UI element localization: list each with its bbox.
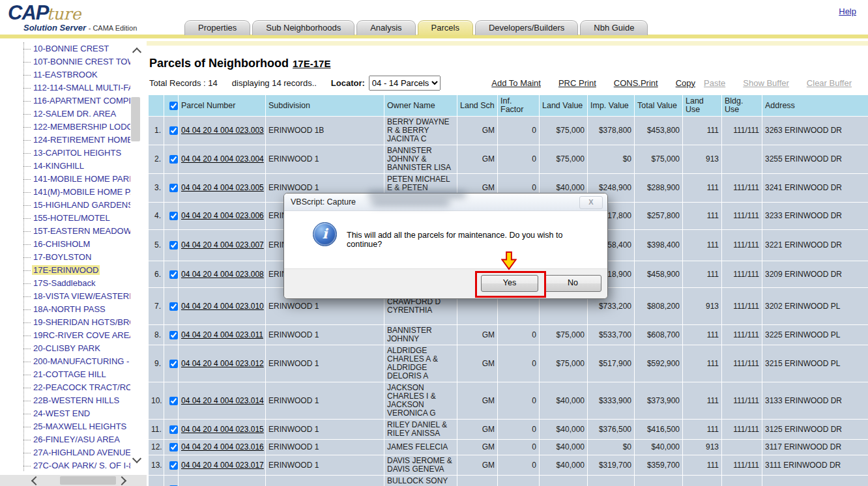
sidebar-item-122-membership-lodge-cl[interactable]: 122-MEMBERSHIP LODGE/CL — [23, 121, 130, 134]
scroll-right-icon[interactable] — [117, 476, 126, 485]
sidebar-item-19-sheridan-hgts-brookv[interactable]: 19-SHERIDAN HGTS/BROOKV — [23, 316, 130, 329]
row-checkbox[interactable] — [169, 302, 178, 311]
row-checkbox[interactable] — [169, 126, 178, 135]
parcel-number-link[interactable]: 04 04 20 4 004 023.007 — [181, 240, 264, 250]
sidebar-item-27c-oak-park-s-of-i-85[interactable]: 27C-OAK PARK/ S. OF I-85 — [23, 459, 130, 472]
sidebar-item-24-west-end[interactable]: 24-WEST END — [23, 407, 130, 420]
app-logo: CAPture Solution Server - CAMA Edition — [8, 1, 177, 34]
sidebar-item-26-finley-asu-area[interactable]: 26-FINLEY/ASU AREA — [23, 433, 130, 446]
sidebar-item-124-retirement-homes-as[interactable]: 124-RETIREMENT HOMES/AS — [23, 134, 130, 147]
tab-properties[interactable]: Properties — [184, 20, 250, 35]
locator-select[interactable]: 04 - 14 Parcels — [369, 76, 441, 91]
sidebar-item-20-clisby-park[interactable]: 20-CLISBY PARK — [23, 342, 130, 355]
parcel-number-link[interactable]: 04 04 20 4 004 023.015 — [181, 425, 264, 434]
sidebar-item-11-eastbrook[interactable]: 11-EASTBROOK — [23, 68, 130, 81]
tab-parcels[interactable]: Parcels — [418, 20, 473, 35]
sidebar-item-22-peacock-tract-rosa-pa[interactable]: 22-PEACOCK TRACT/ROSA PA — [23, 381, 130, 394]
close-icon[interactable]: X — [579, 196, 603, 209]
row-checkbox[interactable] — [169, 184, 178, 192]
row-checkbox[interactable] — [169, 360, 178, 368]
sidebar-item-16-chisholm[interactable]: 16-CHISHOLM — [23, 238, 130, 251]
sidebar-item-10-bonnie-crest[interactable]: 10-BONNIE CREST — [23, 42, 130, 55]
row-checkbox[interactable] — [169, 397, 178, 405]
row-checkbox[interactable] — [169, 331, 178, 339]
help-link[interactable]: Help — [839, 7, 856, 16]
logo-subtitle: Solution Server - CAMA Edition — [23, 23, 137, 33]
parcel-number-link[interactable]: 04 04 20 4 004 023.016 — [181, 442, 264, 451]
cell-subdivision: ERINWOOD 1 — [266, 420, 384, 440]
sidebar-item-155-hotel-motel[interactable]: 155-HOTEL/MOTEL — [23, 212, 130, 225]
parcel-number-link[interactable]: 04 04 20 4 004 023.012 — [181, 359, 264, 368]
row-number: 11. — [149, 420, 164, 440]
row-checkbox[interactable] — [169, 461, 178, 470]
action-links-row: Add To MaintPRC PrintCONS.PrintCopyPaste… — [491, 78, 863, 88]
row-checkbox[interactable] — [169, 270, 178, 279]
vertical-scrollbar-thumb[interactable] — [131, 97, 140, 141]
sidebar-item-141-m-mobile-home-park[interactable]: 141(M)-MOBILE HOME PARK — [23, 186, 130, 199]
sidebar-item-25-maxwell-heights[interactable]: 25-MAXWELL HEIGHTS — [23, 420, 130, 433]
row-checkbox-cell — [164, 420, 179, 440]
cell-bldg-use: 111/111 — [722, 420, 762, 440]
no-button[interactable]: No — [544, 275, 601, 292]
horizontal-scrollbar-thumb[interactable] — [60, 476, 116, 485]
scroll-down-icon[interactable] — [132, 454, 141, 463]
link-prc-print[interactable]: PRC Print — [558, 78, 596, 88]
sidebar-item-18a-north-pass[interactable]: 18A-NORTH PASS — [23, 303, 130, 316]
dialog-title-bar[interactable]: VBScript: Capture X — [284, 193, 607, 211]
sidebar-item-200-manufacturing-ligh[interactable]: 200-MANUFACTURING - LIGH — [23, 355, 130, 368]
tab-developers-builders[interactable]: Developers/Builders — [475, 20, 578, 35]
sidebar-item-19rc-river-cove-area[interactable]: 19RC-RIVER COVE AREA — [23, 329, 130, 342]
link-copy[interactable]: Copy — [676, 78, 695, 88]
sidebar-item-10t-bonnie-crest-townho[interactable]: 10T-BONNIE CREST TOWNHO — [23, 55, 130, 68]
cell-bldg-use: 111/111 — [722, 230, 762, 261]
sidebar-item-17-boylston[interactable]: 17-BOYLSTON — [23, 251, 130, 264]
sidebar-item-14-kinghill[interactable]: 14-KINGHILL — [23, 160, 130, 173]
select-all-checkbox[interactable] — [169, 102, 178, 110]
scroll-up-icon[interactable] — [132, 48, 141, 57]
scroll-left-icon[interactable] — [31, 476, 40, 485]
row-checkbox[interactable] — [169, 212, 178, 220]
row-checkbox[interactable] — [169, 443, 178, 451]
parcel-number-link[interactable]: 04 04 20 4 004 023.003 — [181, 126, 264, 135]
sidebar-item-18-vista-view-eastern-me[interactable]: 18-VISTA VIEW/EASTERN ME — [23, 290, 130, 303]
sidebar-item-141-mobile-home-park[interactable]: 141-MOBILE HOME PARK — [23, 173, 130, 186]
sidebar-item-27a-highland-avenue-are[interactable]: 27A-HIGHLAND AVENUE ARE — [23, 446, 130, 459]
sidebar-item-label: 19RC-RIVER COVE AREA — [32, 330, 130, 340]
yes-button[interactable]: Yes — [481, 275, 538, 292]
cell-bldg-use: 111/111 — [722, 117, 762, 145]
link-add-to-maint[interactable]: Add To Maint — [491, 78, 541, 88]
sidebar-item-15-highland-gardens[interactable]: 15-HIGHLAND GARDENS — [23, 199, 130, 212]
sidebar-item-21-cottage-hill[interactable]: 21-COTTAGE HILL — [23, 368, 130, 381]
row-checkbox[interactable] — [169, 241, 178, 250]
sidebar-item-15t-eastern-meadows-to[interactable]: 15T-EASTERN MEADOWS TO — [23, 225, 130, 238]
row-checkbox-cell — [164, 325, 179, 345]
parcel-number-link[interactable]: 04 04 20 4 004 023.010 — [181, 302, 264, 311]
parcel-number-link[interactable]: 04 04 20 4 004 023.017 — [181, 461, 264, 470]
tab-sub-neighborhoods[interactable]: Sub Neighborhoods — [252, 20, 354, 35]
sidebar-item-13-capitol-heights[interactable]: 13-CAPITOL HEIGHTS — [23, 147, 130, 160]
parcel-number-link[interactable]: 04 04 20 4 004 023.011 — [181, 330, 263, 339]
sidebar-item-17s-saddleback[interactable]: 17S-Saddleback — [23, 277, 130, 290]
row-checkbox[interactable] — [169, 155, 178, 164]
sidebar-item-label: 21-COTTAGE HILL — [32, 369, 108, 379]
horizontal-scrollbar[interactable] — [0, 475, 147, 486]
sidebar-item-12-salem-dr-area[interactable]: 12-SALEM DR. AREA — [23, 107, 130, 121]
sidebar-item-112-114-small-multi-fami[interactable]: 112-114-SMALL MULTI-FAMI — [23, 81, 130, 94]
row-checkbox[interactable] — [169, 425, 178, 434]
parcel-number-link[interactable]: 04 04 20 4 004 023.014 — [181, 396, 264, 405]
sidebar-item-17e-erinwood[interactable]: 17E-ERINWOOD — [23, 264, 130, 277]
neighborhood-code-link[interactable]: 17E-17E — [293, 58, 330, 69]
sidebar-item-label: 25-MAXWELL HEIGHTS — [32, 422, 128, 431]
tab-nbh-guide[interactable]: Nbh Guide — [580, 20, 648, 35]
row-checkbox-cell — [164, 203, 179, 230]
cell-imp-value: $333,900 — [588, 382, 635, 420]
link-cons-print[interactable]: CONS.Print — [614, 78, 658, 88]
parcel-number-link[interactable]: 04 04 20 4 004 023.006 — [181, 211, 264, 220]
parcel-number-link[interactable]: 04 04 20 4 004 023.004 — [181, 154, 264, 164]
sidebar-item-116-apartment-complex[interactable]: 116-APARTMENT COMPLEX — [23, 94, 130, 107]
tab-analysis[interactable]: Analysis — [356, 20, 415, 35]
parcel-number-link[interactable]: 04 04 20 4 004 023.008 — [181, 270, 264, 279]
parcel-number-link[interactable]: 04 04 20 4 004 023.005 — [181, 183, 264, 192]
cell-imp-value: $533,700 — [588, 325, 635, 345]
sidebar-item-22b-western-hills[interactable]: 22B-WESTERN HILLS — [23, 394, 130, 407]
